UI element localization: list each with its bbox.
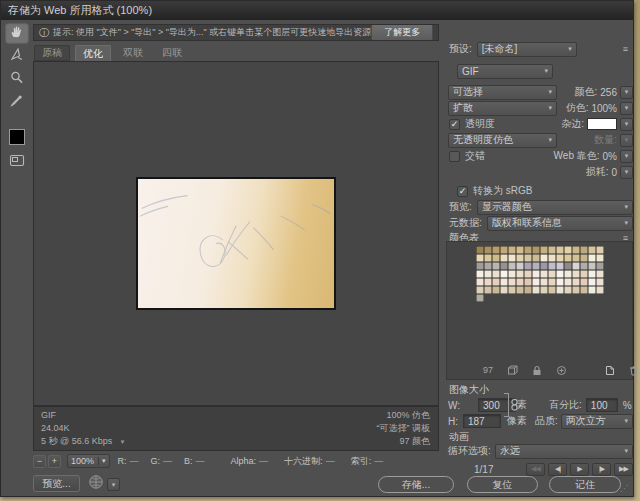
color-swatch[interactable] [476, 270, 484, 278]
last-frame-button[interactable]: ▶▶ [614, 463, 633, 476]
color-swatch[interactable] [588, 262, 596, 270]
color-swatch[interactable] [484, 270, 492, 278]
link-dimensions-icon[interactable] [510, 398, 519, 414]
color-swatch[interactable] [516, 246, 524, 254]
color-swatch[interactable] [580, 278, 588, 286]
preview-in-browser-button[interactable]: 预览... [33, 475, 80, 492]
color-swatch[interactable] [556, 254, 564, 262]
optimized-image-preview[interactable] [136, 177, 336, 310]
next-frame-button[interactable]: |▶ [592, 463, 611, 476]
color-swatch[interactable] [596, 286, 604, 294]
color-swatch[interactable] [508, 262, 516, 270]
color-swatch[interactable] [588, 254, 596, 262]
color-swatch[interactable] [524, 254, 532, 262]
color-swatch[interactable] [500, 254, 508, 262]
color-swatch[interactable] [500, 246, 508, 254]
color-swatch[interactable] [540, 262, 548, 270]
color-swatch[interactable] [564, 278, 572, 286]
color-swatch[interactable] [484, 286, 492, 294]
color-swatch[interactable] [516, 270, 524, 278]
color-swatch[interactable] [516, 262, 524, 270]
first-frame-button[interactable]: ◀◀ [526, 463, 545, 476]
color-swatch[interactable] [500, 286, 508, 294]
color-swatch[interactable] [500, 270, 508, 278]
color-swatch[interactable] [596, 278, 604, 286]
color-swatch[interactable] [572, 286, 580, 294]
zoom-out-button[interactable]: − [33, 455, 46, 468]
color-swatch[interactable] [596, 270, 604, 278]
percent-field[interactable]: 100 [586, 398, 618, 412]
color-swatch[interactable] [580, 286, 588, 294]
color-swatch[interactable] [508, 286, 516, 294]
eyedropper-color-well[interactable] [9, 129, 25, 145]
color-swatch[interactable] [580, 246, 588, 254]
color-swatch[interactable] [548, 286, 556, 294]
color-swatch[interactable] [516, 278, 524, 286]
hand-tool-button[interactable] [5, 23, 29, 44]
color-swatch[interactable] [484, 262, 492, 270]
color-swatch[interactable] [556, 286, 564, 294]
browser-select-dropdown[interactable]: ▾ [107, 478, 120, 491]
color-reduction-select[interactable]: 可选择 ▾ [448, 85, 557, 100]
color-swatch[interactable] [476, 254, 484, 262]
color-swatch[interactable] [556, 278, 564, 286]
previous-frame-button[interactable]: ◀| [548, 463, 567, 476]
color-swatch[interactable] [476, 278, 484, 286]
color-swatch[interactable] [484, 254, 492, 262]
browser-globe-icon[interactable] [88, 474, 104, 494]
resize-grip[interactable]: ⋰ [620, 484, 629, 493]
color-swatch[interactable] [484, 278, 492, 286]
color-swatch[interactable] [572, 278, 580, 286]
color-swatch[interactable] [588, 270, 596, 278]
remember-button[interactable]: 记住 [549, 476, 621, 493]
color-swatch[interactable] [580, 270, 588, 278]
height-field[interactable]: 187 [463, 414, 501, 428]
preview-mode-select[interactable]: 显示器颜色 ▾ [477, 200, 633, 215]
quality-select[interactable]: 两次立方 ▾ [561, 414, 633, 429]
color-swatch[interactable] [532, 286, 540, 294]
color-swatch[interactable] [540, 254, 548, 262]
color-swatch[interactable] [596, 254, 604, 262]
web-shift-icon[interactable] [507, 365, 518, 376]
zoom-in-button[interactable]: + [48, 455, 61, 468]
color-swatch[interactable] [516, 254, 524, 262]
color-swatch[interactable] [572, 262, 580, 270]
loop-options-select[interactable]: 永远 ▾ [495, 444, 633, 459]
color-swatch[interactable] [564, 246, 572, 254]
color-swatch[interactable] [492, 286, 500, 294]
eyedropper-tool-button[interactable] [5, 92, 29, 113]
lock-icon[interactable] [532, 365, 542, 376]
web-snap-dropdown[interactable]: ▾ [620, 150, 633, 163]
transparency-checkbox[interactable]: ✓ [449, 119, 460, 130]
color-swatch[interactable] [548, 262, 556, 270]
color-swatch[interactable] [548, 278, 556, 286]
color-swatch[interactable] [564, 254, 572, 262]
save-button[interactable]: 存储... [378, 476, 454, 493]
color-swatch[interactable] [564, 270, 572, 278]
color-swatch[interactable] [540, 286, 548, 294]
color-swatch[interactable] [492, 246, 500, 254]
color-swatch[interactable] [532, 254, 540, 262]
convert-srgb-checkbox[interactable]: ✓ [457, 186, 468, 197]
color-swatch[interactable] [524, 262, 532, 270]
zoom-tool-button[interactable] [5, 69, 29, 90]
color-swatch[interactable] [524, 270, 532, 278]
color-swatch[interactable] [524, 278, 532, 286]
color-swatch[interactable] [476, 286, 484, 294]
color-swatch[interactable] [516, 286, 524, 294]
preview-canvas[interactable] [33, 61, 439, 406]
download-speed-dropdown-icon[interactable]: ▾ [121, 435, 125, 448]
new-color-icon[interactable] [605, 365, 615, 376]
color-swatch[interactable] [476, 294, 484, 302]
color-swatch[interactable] [572, 246, 580, 254]
color-swatch[interactable] [508, 270, 516, 278]
color-swatch[interactable] [556, 270, 564, 278]
tab-2up[interactable]: 双联 [116, 45, 150, 61]
color-swatch[interactable] [588, 246, 596, 254]
add-color-icon[interactable] [556, 365, 567, 376]
tab-optimized[interactable]: 优化 [75, 45, 111, 61]
dither-method-select[interactable]: 扩散 ▾ [448, 101, 557, 116]
color-swatch[interactable] [596, 246, 604, 254]
color-swatch[interactable] [492, 262, 500, 270]
toggle-slices-visibility-button[interactable] [5, 151, 29, 172]
